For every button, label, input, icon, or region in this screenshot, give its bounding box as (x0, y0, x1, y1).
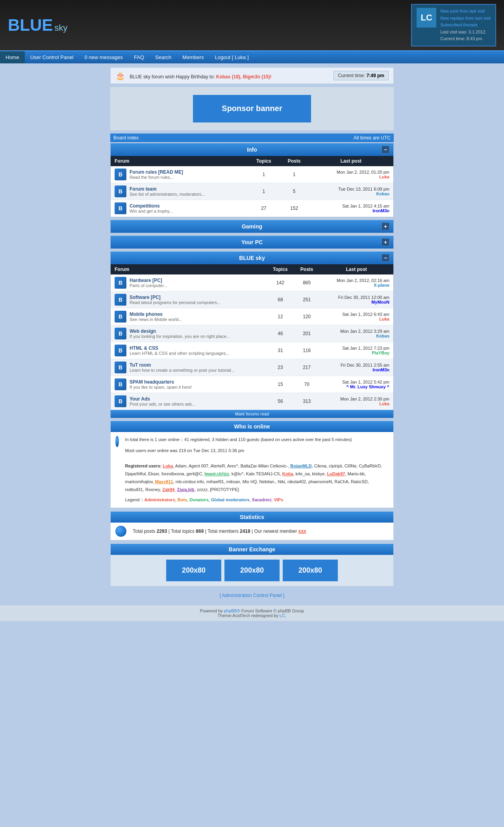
last-post-user[interactable]: Luka (379, 317, 389, 321)
section-yourpc-toggle[interactable]: + (382, 238, 389, 246)
birthday-names[interactable]: Kobas (18), Bigm3n (15)! (216, 74, 272, 80)
forum-icon: B (115, 345, 126, 356)
forum-link[interactable]: Forum team (130, 186, 157, 192)
table-row: B Forum rules [READ ME] Read the forum r… (111, 166, 393, 183)
user-ludak[interactable]: LuDak97 (327, 471, 345, 476)
nav-faq[interactable]: FAQ (128, 51, 150, 63)
table-row: B Web design If you looking for inspirat… (111, 325, 393, 342)
sponsor-banner[interactable]: Sponsor banner (193, 95, 311, 122)
legend-admins[interactable]: Administrators (145, 497, 175, 502)
mark-forums-button[interactable]: Mark forums read (111, 410, 393, 418)
new-replays-link[interactable]: New replays from last visit (440, 15, 491, 22)
user-maxy[interactable]: Maxy911 (155, 479, 173, 484)
forum-link[interactable]: Mobile phones (130, 312, 163, 317)
forum-link[interactable]: Software [PC] (130, 295, 161, 300)
who-is-online-content: In total there is 1 user online :: 41 re… (111, 432, 393, 508)
forum-info: B Software [PC] Read about programs for … (115, 294, 263, 306)
forum-link[interactable]: Your Ads (130, 396, 150, 402)
section-gaming-header: Gaming + (111, 220, 393, 233)
forum-desc: If you looking for inspiration, you are … (130, 334, 230, 339)
lc-link[interactable]: LC (280, 613, 285, 618)
section-gaming-toggle[interactable]: + (382, 223, 389, 230)
last-post-user[interactable]: Luka (379, 401, 389, 406)
user-avatar: LC (417, 8, 436, 28)
section-bluesky-header: BLUE sky − (111, 252, 393, 264)
user-ziaja[interactable]: Ziaja.kjb (177, 487, 195, 492)
forum-icon: B (115, 277, 126, 289)
banner-3[interactable]: 200x80 (283, 560, 338, 581)
forum-details: SPAM headquarters If you like to spam, s… (130, 379, 192, 389)
section-gaming: Gaming + (110, 220, 394, 233)
legend-vips[interactable]: VIPs (274, 497, 283, 502)
forum-info: B Mobile phones See news in Mobile world… (115, 311, 263, 323)
last-post-user[interactable]: ^ Mr. Luxy Shmuxy ^ (346, 384, 389, 389)
last-post-user[interactable]: IronM3n (372, 208, 389, 213)
site-header: BLUE sky LC New post from last visit New… (0, 0, 504, 50)
legend-bots[interactable]: Bots (178, 497, 187, 502)
banner-exchange-content: 200x80 200x80 200x80 (111, 555, 393, 586)
phpbb-link[interactable]: phpBB® (224, 608, 240, 613)
nav-logout[interactable]: Logout [ Luka ] (209, 51, 254, 63)
forum-desc: Learn how to create a something or post … (130, 368, 235, 373)
stats-text: Total posts 2293 | Total topics 869 | To… (133, 528, 306, 534)
total-members: 2418 (240, 528, 250, 534)
forum-info: B Competitions Win and get a trophy... (115, 202, 244, 214)
nav-members[interactable]: Members (177, 51, 209, 63)
forum-link[interactable]: SPAM headquarters (130, 379, 174, 385)
user-kotia[interactable]: Kotia (282, 471, 293, 476)
banner-1[interactable]: 200x80 (166, 560, 221, 581)
user-zak[interactable]: Zak94 (162, 487, 174, 492)
total-topics: 869 (196, 528, 204, 534)
main-content: 🎂 BLUE sky forum wish Happy Birthday to:… (110, 63, 394, 605)
newest-member[interactable]: xxx (298, 528, 306, 534)
col-posts2: Posts (294, 264, 319, 274)
topics-cell: 23 (267, 359, 294, 376)
last-post-user[interactable]: Kobas (376, 334, 389, 338)
section-bluesky-toggle[interactable]: − (382, 254, 389, 262)
section-info-toggle[interactable]: − (382, 146, 389, 154)
forum-desc: Read the forum rules... (130, 175, 183, 180)
sponsor-section: Sponsor banner (110, 87, 394, 130)
legend-global-mods[interactable]: Global moderators (211, 497, 250, 502)
forum-name: Hardware [PC] (130, 278, 167, 283)
last-post-cell: Mon Jan 2, 2012 3:29 am Kobas (319, 325, 393, 342)
forum-link[interactable]: Web design (130, 328, 156, 334)
nav-ucp[interactable]: User Control Panel (25, 51, 79, 63)
user-iwant[interactable]: Iwant.ch!tzz (205, 471, 229, 476)
new-post-link[interactable]: New post from last visit (440, 8, 491, 15)
posts-cell: 116 (294, 342, 319, 359)
last-post-user[interactable]: IronM3n (372, 367, 389, 372)
legend-donators[interactable]: Donators (189, 497, 208, 502)
subscribed-link[interactable]: Subscribed threads (440, 22, 491, 29)
forum-icon: B (115, 185, 126, 197)
user-bojanmld[interactable]: BojanMLD (290, 464, 311, 468)
legend-saradnici[interactable]: Saradnici (252, 497, 272, 502)
total-posts: 2293 (157, 528, 167, 534)
last-post-user[interactable]: X-plane (374, 283, 389, 287)
nav-messages[interactable]: 0 new messages (79, 51, 129, 63)
table-row: B Mobile phones See news in Mobile world… (111, 308, 393, 325)
forum-info: B Forum rules [READ ME] Read the forum r… (115, 169, 244, 180)
online-count: In total there is 1 user online :: 41 re… (125, 436, 389, 444)
last-post-user[interactable]: Luka (379, 174, 389, 179)
admin-panel-link[interactable]: [ Administration Control Panel ] (220, 593, 285, 598)
last-post-user[interactable]: MyMooN (371, 300, 389, 304)
last-post-cell: Mon Jan 2, 2012 2:30 pm Luka (319, 393, 393, 410)
forum-link[interactable]: TuT room (130, 362, 151, 368)
forum-link[interactable]: Hardware [PC] (130, 278, 162, 283)
last-post-cell: Mon Jan 2, 2012, 02:16 am X-plane (319, 274, 393, 291)
registered-label: Registered users: (125, 464, 163, 468)
user-luka[interactable]: Luka (163, 464, 173, 468)
nav-search[interactable]: Search (150, 51, 177, 63)
last-post-user[interactable]: Kobas (376, 191, 389, 196)
timezone-label: All times are UTC (354, 135, 391, 141)
forum-desc: See list of administrators, moderators..… (130, 192, 205, 197)
banner-2[interactable]: 200x80 (224, 560, 280, 581)
forum-link[interactable]: HTML & CSS (130, 345, 158, 351)
topics-cell: 1 (248, 166, 280, 183)
nav-home[interactable]: Home (0, 51, 25, 63)
last-post-user[interactable]: PlaYBoy (372, 350, 389, 355)
forum-link[interactable]: Forum rules [READ ME] (130, 169, 183, 175)
forum-desc: Learn HTML & CSS and other scripting lan… (130, 351, 229, 356)
forum-link[interactable]: Competitions (130, 203, 160, 209)
